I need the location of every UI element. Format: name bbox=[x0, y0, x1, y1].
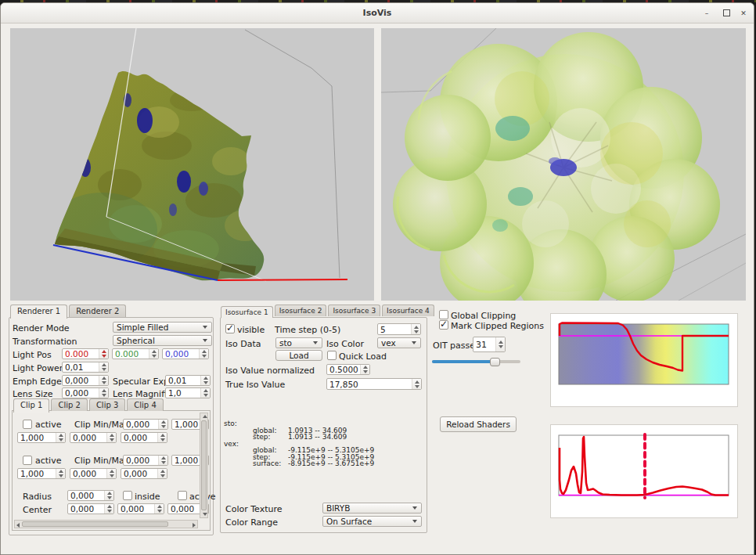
mark-clipped-checkbox[interactable] bbox=[439, 320, 448, 330]
clip-horizontal-scrollbar[interactable] bbox=[14, 520, 198, 528]
tab-clip-1[interactable]: Clip 1 bbox=[13, 398, 49, 413]
clip2-active-checkbox[interactable] bbox=[23, 456, 32, 465]
time-step-spin[interactable]: 5 bbox=[377, 323, 421, 335]
iso-value-label: Iso Value normalized bbox=[225, 366, 315, 376]
inside-checkbox[interactable] bbox=[123, 491, 132, 500]
spinner-arrows-icon[interactable] bbox=[104, 504, 113, 514]
renderer-tabs: Renderer 1 Renderer 2 bbox=[10, 305, 128, 317]
spinner-arrows-icon[interactable] bbox=[104, 491, 113, 500]
time-step-label: Time step (0-5) bbox=[275, 325, 340, 335]
spinner-arrows-icon[interactable] bbox=[106, 433, 116, 442]
sphere-active-checkbox[interactable] bbox=[178, 491, 187, 500]
oit-passes-spin[interactable]: 31 bbox=[473, 337, 506, 352]
oit-slider-fill bbox=[432, 360, 495, 363]
spinner-arrows-icon[interactable] bbox=[158, 456, 167, 465]
tab-renderer-2[interactable]: Renderer 2 bbox=[69, 305, 126, 317]
maximize-button[interactable] bbox=[720, 7, 733, 19]
lens-size-spin[interactable]: 0,000 bbox=[62, 387, 109, 398]
clip1-spin-c[interactable]: 0,000 bbox=[121, 432, 167, 443]
spinner-arrows-icon[interactable] bbox=[157, 469, 167, 478]
minimize-button[interactable]: – bbox=[700, 7, 713, 19]
scroll-thumb[interactable] bbox=[201, 420, 207, 510]
spinner-arrows-icon[interactable] bbox=[411, 324, 420, 334]
transfer-function-editor[interactable] bbox=[550, 313, 738, 407]
render-mode-select[interactable]: Simple Filled bbox=[113, 322, 212, 333]
tab-isosurface-4[interactable]: Isosurface 4 bbox=[382, 305, 434, 316]
color-range-select[interactable]: On Surface bbox=[322, 516, 422, 527]
spinner-arrows-icon[interactable] bbox=[360, 365, 369, 374]
color-texture-select[interactable]: BlRYB bbox=[322, 503, 422, 514]
visible-checkbox[interactable] bbox=[225, 324, 235, 333]
iso-color-select[interactable]: vex bbox=[377, 337, 421, 348]
transformation-label: Transformation bbox=[13, 337, 77, 347]
tab-renderer-1[interactable]: Renderer 1 bbox=[10, 305, 67, 319]
light-pos-x-spin[interactable]: 0.000 bbox=[62, 348, 109, 359]
tab-isosurface-3[interactable]: Isosurface 3 bbox=[328, 305, 380, 316]
clip2-spin-a[interactable]: 1,000 bbox=[17, 468, 66, 479]
spinner-arrows-icon[interactable] bbox=[149, 349, 158, 359]
quick-load-checkbox[interactable] bbox=[327, 351, 337, 360]
clip-settings-frame: active Clip Min/Max 0,000 1,000 1,000 0,… bbox=[12, 410, 211, 531]
spinner-arrows-icon[interactable] bbox=[158, 420, 167, 429]
clip2-spin-b[interactable]: 0,000 bbox=[70, 468, 117, 479]
light-power-spin[interactable]: 0,01 bbox=[62, 362, 109, 373]
combo-value: On Surface bbox=[326, 517, 372, 526]
spinner-arrows-icon[interactable] bbox=[99, 362, 108, 372]
spinner-arrows-icon[interactable] bbox=[99, 376, 108, 385]
spinner-arrows-icon[interactable] bbox=[154, 504, 164, 514]
spinner-arrows-icon[interactable] bbox=[56, 433, 65, 442]
clip-vertical-scrollbar[interactable] bbox=[200, 413, 208, 518]
clip2-spin-c[interactable]: 0,000 bbox=[121, 468, 167, 479]
clip1-active-checkbox[interactable] bbox=[23, 420, 32, 429]
iso-value-spin[interactable]: 0.5000 bbox=[326, 364, 370, 375]
clip1-min-spin[interactable]: 0,000 bbox=[123, 419, 168, 430]
isosurface-tabs: Isosurface 1 Isosurface 2 Isosurface 3 I… bbox=[221, 305, 436, 316]
isosurface-panel: Isosurface 1 Isosurface 2 Isosurface 3 I… bbox=[220, 305, 427, 533]
true-iso-spin[interactable]: 17,850 bbox=[326, 378, 422, 390]
spinner-arrows-icon[interactable] bbox=[495, 337, 505, 351]
isosurface-render-cube bbox=[10, 28, 374, 301]
window-title: IsoVis bbox=[1, 8, 754, 18]
spinner-arrows-icon[interactable] bbox=[412, 379, 421, 389]
specular-exp-spin[interactable]: 0,01 bbox=[165, 375, 211, 386]
dropdown-arrow-icon bbox=[313, 341, 318, 344]
reload-shaders-button[interactable]: Reload Shaders bbox=[440, 416, 517, 432]
oit-slider[interactable] bbox=[432, 358, 520, 366]
emph-edge-spin[interactable]: 0,000 bbox=[62, 375, 109, 386]
spinner-arrows-icon[interactable] bbox=[199, 349, 208, 359]
tab-clip-4[interactable]: Clip 4 bbox=[127, 398, 163, 411]
center-x-spin[interactable]: 0,000 bbox=[67, 503, 114, 514]
titlebar[interactable]: IsoVis – ✕ bbox=[1, 3, 754, 23]
light-pos-y-spin[interactable]: 0.000 bbox=[112, 348, 159, 359]
radius-spin[interactable]: 0,000 bbox=[67, 490, 114, 501]
close-button[interactable]: ✕ bbox=[737, 7, 750, 19]
lens-magnific-spin[interactable]: 1,0 bbox=[165, 387, 211, 398]
spinner-arrows-icon[interactable] bbox=[99, 349, 108, 359]
spinner-arrows-icon[interactable] bbox=[99, 388, 108, 398]
spinner-arrows-icon[interactable] bbox=[200, 388, 210, 398]
tab-clip-3[interactable]: Clip 3 bbox=[89, 398, 125, 411]
load-button[interactable]: Load bbox=[275, 350, 322, 361]
clip1-spin-b[interactable]: 0,000 bbox=[70, 432, 117, 443]
scroll-thumb[interactable] bbox=[22, 521, 168, 527]
iso-data-select[interactable]: sto bbox=[275, 337, 322, 348]
viewport-left-3d[interactable] bbox=[10, 28, 374, 301]
oit-slider-handle[interactable] bbox=[490, 358, 500, 366]
tab-isosurface-2[interactable]: Isosurface 2 bbox=[275, 305, 327, 316]
tab-isosurface-1[interactable]: Isosurface 1 bbox=[221, 306, 273, 318]
clip2-min-spin[interactable]: 0,000 bbox=[123, 455, 168, 466]
spinner-arrows-icon[interactable] bbox=[56, 469, 65, 478]
histogram-widget[interactable] bbox=[550, 424, 738, 518]
light-pos-z-spin[interactable]: 0,000 bbox=[162, 348, 209, 359]
viewport-right-3d[interactable] bbox=[381, 28, 746, 301]
clip1-spin-a[interactable]: 1,000 bbox=[17, 432, 66, 443]
spinner-arrows-icon[interactable] bbox=[200, 376, 210, 385]
quick-load-label: Quick Load bbox=[339, 351, 387, 362]
tab-clip-2[interactable]: Clip 2 bbox=[51, 398, 87, 411]
spinner-arrows-icon[interactable] bbox=[106, 469, 116, 478]
spinner-arrows-icon[interactable] bbox=[157, 433, 167, 442]
combo-value: sto bbox=[279, 338, 292, 348]
dropdown-arrow-icon bbox=[203, 339, 207, 342]
transformation-select[interactable]: Spherical bbox=[113, 335, 212, 346]
center-y-spin[interactable]: 0,000 bbox=[117, 503, 164, 514]
